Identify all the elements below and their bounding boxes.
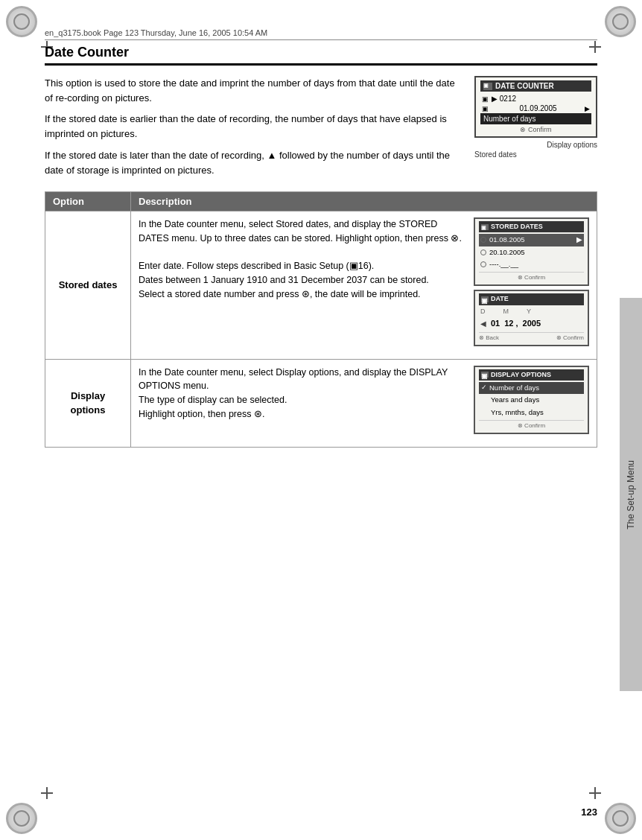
date-screen-title: ▣ DATE <box>479 293 584 305</box>
desc-do-p2: The type of display can be selected. <box>139 395 287 405</box>
date-screen: ▣ DATE D M Y ◀ 01 12 , <box>474 290 589 346</box>
desc-display-options: ▣ DISPLAY OPTIONS ✓ Number of days Years… <box>131 359 597 447</box>
date-back-confirm: ⊗ Back ⊗ Confirm <box>479 332 584 343</box>
intro-p2: If the stored date is earlier than the d… <box>45 112 460 141</box>
sd-row2: 20.10.2005 <box>479 246 584 258</box>
desc-sd-p2: Enter date. Follow steps described in Ba… <box>139 261 374 271</box>
display-row-2: Years and days <box>479 394 584 406</box>
corner-decoration-br <box>605 803 636 834</box>
dc-date-val: 01.09.2005 <box>519 104 556 112</box>
sd-row1: 01.08.2005 ▶ <box>479 234 584 246</box>
display-confirm: ⊗ Confirm <box>479 420 584 430</box>
corner-decoration-tr <box>605 6 636 37</box>
table-row: Display options ▣ DISPLAY OPTIONS ✓ Nu <box>45 359 597 447</box>
date-values: ◀ 01 12 , 2005 <box>479 316 584 331</box>
intro-text: This option is used to store the date an… <box>45 76 460 178</box>
desc-do-p1: In the Date counter menu, select Display… <box>139 367 448 392</box>
desc-sd-p4: Select a stored date number and press ⊛,… <box>139 289 421 299</box>
table-row: Stored dates ▣ STORED DATES <box>45 211 597 359</box>
option-display-options: Display options <box>45 359 131 447</box>
desc-sd-p1: In the Date counter menu, select Stored … <box>139 219 462 244</box>
cam-labels: Display options <box>474 141 597 149</box>
main-content: Date Counter This option is used to stor… <box>45 45 597 780</box>
intro-p1: This option is used to store the date an… <box>45 76 460 106</box>
intro-section: This option is used to store the date an… <box>45 76 597 178</box>
display-row-3: Yrs, mnths, days <box>479 407 584 419</box>
desc-do-p3: Highlight option, then press ⊛. <box>139 409 264 419</box>
display-options-screens: ▣ DISPLAY OPTIONS ✓ Number of days Years… <box>474 366 589 438</box>
display-options-screen: ▣ DISPLAY OPTIONS ✓ Number of days Years… <box>474 366 589 434</box>
dot1 <box>480 237 486 243</box>
dot2 <box>480 249 486 255</box>
dc-confirm: ⊗ Confirm <box>480 126 591 133</box>
dc-highlight-row: Number of days <box>480 113 591 124</box>
desc-sd-p3: Dates between 1 January 1910 and 31 Dece… <box>139 275 429 285</box>
table-header-row: Option Description <box>45 191 597 211</box>
crossmark-br <box>589 787 601 799</box>
intro-p3: If the stored date is later than the dat… <box>45 148 460 178</box>
corner-decoration-tl <box>6 6 37 37</box>
side-tab-label: The Set-up Menu <box>626 460 636 529</box>
side-tab: The Set-up Menu <box>620 298 642 691</box>
option-stored-dates: Stored dates <box>45 211 131 359</box>
dc-row2-date: ▣ 01.09.2005 ▶ <box>480 104 591 113</box>
col-option: Option <box>45 191 131 211</box>
options-table: Option Description Stored dates ▣ <box>45 191 597 448</box>
label-display-options: Display options <box>547 141 597 149</box>
display-row-1-checked: ✓ Number of days <box>479 382 584 394</box>
date-counter-mockup: ▣ DATE COUNTER ▣ ▶ 0212 ▣ 01.09.2005 ▶ N… <box>474 76 597 178</box>
dc-row1-val: ▶ 0212 <box>492 95 590 103</box>
dc-num-days: Number of days <box>483 115 536 123</box>
stored-dates-screen: ▣ STORED DATES 01.08.2005 ▶ 20.10.2005 <box>474 217 589 286</box>
dc-row1: ▣ ▶ 0212 <box>480 94 591 104</box>
header-filename: en_q3175.book Page 123 Thursday, June 16… <box>45 28 267 37</box>
page-number: 123 <box>581 806 597 818</box>
date-counter-title-bar: ▣ DATE COUNTER <box>480 80 591 92</box>
date-labels: D M Y <box>479 307 584 317</box>
dot3 <box>480 261 486 267</box>
header-bar: en_q3175.book Page 123 Thursday, June 16… <box>45 28 597 40</box>
stored-dates-screen-title: ▣ STORED DATES <box>479 221 584 233</box>
display-options-title: ▣ DISPLAY OPTIONS <box>479 369 584 381</box>
label-stored-dates: Stored dates <box>474 150 597 159</box>
date-counter-title: DATE COUNTER <box>495 82 554 90</box>
corner-decoration-bl <box>6 803 37 834</box>
crossmark-bl <box>41 787 53 799</box>
desc-stored-dates: ▣ STORED DATES 01.08.2005 ▶ 20.10.2005 <box>131 211 597 359</box>
col-description: Description <box>131 191 597 211</box>
date-counter-screen: ▣ DATE COUNTER ▣ ▶ 0212 ▣ 01.09.2005 ▶ N… <box>474 76 597 138</box>
page-title: Date Counter <box>45 45 597 66</box>
sd-row3: ----.__.__ <box>479 258 584 270</box>
sd-confirm: ⊗ Confirm <box>479 272 584 282</box>
stored-dates-screens: ▣ STORED DATES 01.08.2005 ▶ 20.10.2005 <box>474 217 589 350</box>
